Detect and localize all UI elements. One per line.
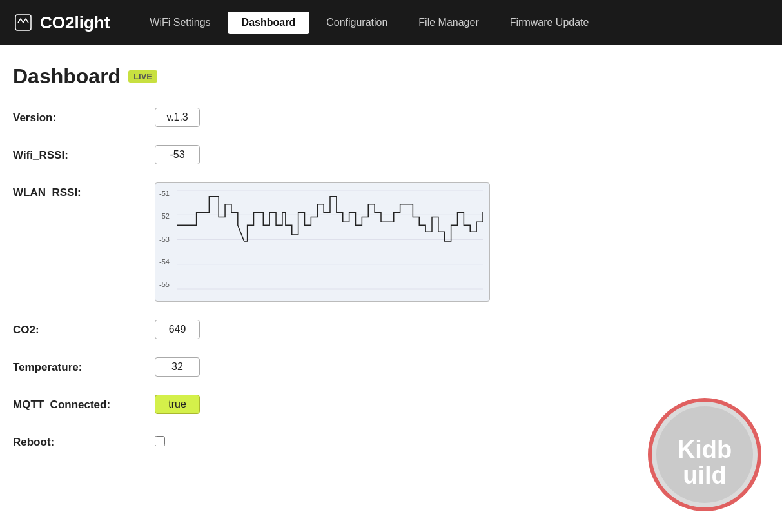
value-box: -53 bbox=[155, 145, 200, 164]
row-label: Version: bbox=[13, 108, 155, 124]
row-label: Wifi_RSSI: bbox=[13, 145, 155, 162]
chart-y-label: -54 bbox=[159, 258, 170, 266]
nav-item-configuration[interactable]: Configuration bbox=[312, 12, 402, 34]
data-row: Wifi_RSSI:-53 bbox=[13, 145, 763, 164]
main-content: Dashboard LIVE Version:v.1.3Wifi_RSSI:-5… bbox=[0, 45, 782, 532]
value-box: 649 bbox=[155, 320, 200, 339]
nav-item-file-manager[interactable]: File Manager bbox=[404, 12, 493, 34]
svg-text:uild: uild bbox=[683, 462, 727, 489]
row-label: MQTT_Connected: bbox=[13, 395, 155, 411]
page-title-area: Dashboard LIVE bbox=[13, 64, 763, 88]
value-box: 32 bbox=[155, 357, 200, 377]
row-label: CO2: bbox=[13, 320, 155, 337]
navbar: CO2light WiFi SettingsDashboardConfigura… bbox=[0, 0, 782, 45]
row-label: Reboot: bbox=[13, 432, 155, 449]
page-title: Dashboard bbox=[13, 64, 121, 88]
nav-item-firmware-update[interactable]: Firmware Update bbox=[496, 12, 603, 34]
kidbuild-logo: Kidb uild bbox=[647, 397, 763, 513]
wlan-chart bbox=[177, 190, 483, 290]
nav-item-dashboard[interactable]: Dashboard bbox=[228, 12, 310, 34]
nav-item-wifi-settings[interactable]: WiFi Settings bbox=[135, 12, 224, 34]
reboot-checkbox[interactable] bbox=[155, 436, 165, 446]
data-row: Version:v.1.3 bbox=[13, 108, 763, 127]
logo: CO2light bbox=[13, 12, 110, 33]
nav-items: WiFi SettingsDashboardConfigurationFile … bbox=[135, 12, 603, 34]
chart-container: -51-52-53-54-55 bbox=[155, 182, 490, 302]
row-label: Temperature: bbox=[13, 357, 155, 374]
data-row: Temperature:32 bbox=[13, 357, 763, 377]
chart-y-label: -55 bbox=[159, 281, 170, 288]
live-badge: LIVE bbox=[128, 70, 157, 83]
data-row: CO2:649 bbox=[13, 320, 763, 339]
value-box: v.1.3 bbox=[155, 108, 200, 127]
value-box: true bbox=[155, 395, 200, 414]
svg-text:Kidb: Kidb bbox=[678, 436, 732, 463]
chart-y-label: -52 bbox=[159, 212, 170, 220]
data-row: WLAN_RSSI:-51-52-53-54-55 bbox=[13, 182, 763, 302]
row-label: WLAN_RSSI: bbox=[13, 182, 155, 199]
logo-text: CO2light bbox=[40, 13, 110, 33]
logo-icon bbox=[13, 12, 34, 33]
chart-y-label: -51 bbox=[159, 190, 170, 197]
chart-y-label: -53 bbox=[159, 235, 170, 243]
